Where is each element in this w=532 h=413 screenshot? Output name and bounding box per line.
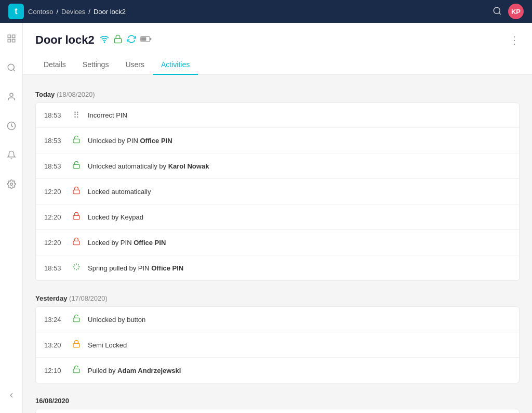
sync-icon: [127, 34, 136, 46]
lock-icon: [71, 237, 82, 248]
spring-icon: [71, 263, 82, 273]
unlock-icon: [71, 161, 82, 171]
tab-users[interactable]: Users: [117, 55, 153, 75]
sidebar-item-users[interactable]: [2, 87, 21, 106]
activity-list-yesterday: 13:24 Unlocked by button 13:20: [35, 306, 520, 383]
tabs: Details Settings Users Activities: [35, 55, 520, 74]
table-row: 18:53 Unlocked automatically by Karol No…: [36, 153, 519, 179]
svg-rect-21: [73, 318, 79, 321]
svg-rect-17: [73, 164, 79, 168]
activity-list-today: 18:53 ⠿ Incorrect PIN 18:53 Unl: [35, 102, 520, 281]
nav-left: t Contoso / Devices / Door lock2: [8, 4, 126, 19]
main-layout: Door lock2: [0, 23, 532, 413]
day-header-yesterday: Yesterday (17/08/2020): [35, 289, 520, 306]
wifi-icon: [100, 34, 109, 46]
unlock-icon: [71, 314, 82, 325]
app-logo[interactable]: t: [8, 4, 24, 19]
table-row: 20:22 Unlocked by button: [36, 409, 519, 413]
sidebar-item-notifications[interactable]: [2, 146, 21, 164]
svg-rect-5: [12, 40, 15, 42]
search-icon[interactable]: [493, 6, 502, 17]
svg-rect-19: [73, 215, 79, 219]
svg-rect-15: [141, 37, 146, 41]
table-row: 12:20 Locked by PIN Office PIN: [36, 230, 519, 255]
svg-line-7: [13, 69, 15, 71]
breadcrumb-current: Door lock2: [94, 8, 126, 16]
svg-rect-3: [12, 35, 15, 37]
table-row: 13:24 Unlocked by button: [36, 307, 519, 332]
svg-rect-18: [73, 190, 79, 193]
table-row: 18:53 ⠿ Incorrect PIN: [36, 103, 519, 128]
page-header: Door lock2: [23, 23, 532, 75]
svg-point-6: [8, 64, 14, 70]
svg-rect-12: [114, 38, 122, 43]
user-avatar[interactable]: KP: [508, 4, 524, 19]
unlock-icon: [71, 135, 82, 146]
svg-rect-22: [73, 343, 79, 347]
content-area: Door lock2: [23, 23, 532, 413]
svg-rect-2: [8, 35, 10, 37]
nav-right: KP: [493, 4, 524, 19]
sidebar-item-search[interactable]: [2, 58, 21, 77]
sidebar: [0, 23, 23, 413]
day-section-yesterday: Yesterday (17/08/2020) 13:24 Unlocked by…: [35, 289, 520, 383]
semi-lock-icon: [71, 340, 82, 350]
table-row: 12:20 Locked by Keypad: [36, 204, 519, 230]
sidebar-item-settings[interactable]: [2, 175, 21, 193]
battery-icon: [140, 35, 152, 45]
page-title: Door lock2: [35, 33, 152, 47]
table-row: 12:10 Pulled by Adam Andrzejewski: [36, 358, 519, 383]
svg-rect-4: [8, 40, 10, 42]
table-row: 18:53 Unlocked by PIN Office PIN: [36, 128, 519, 153]
lock-icon: [71, 212, 82, 222]
activities-content: Today (18/08/2020) 18:53 ⠿ Incorrect PIN…: [23, 75, 532, 413]
lock-icon: [71, 186, 82, 197]
dots-icon: ⠿: [71, 110, 82, 120]
top-navigation: t Contoso / Devices / Door lock2 KP: [0, 0, 532, 23]
day-section-today: Today (18/08/2020) 18:53 ⠿ Incorrect PIN…: [35, 85, 520, 281]
tab-activities[interactable]: Activities: [153, 55, 198, 75]
day-header-16: 16/08/2020: [35, 392, 520, 409]
sidebar-collapse-icon[interactable]: [2, 386, 21, 405]
tab-settings[interactable]: Settings: [74, 55, 117, 75]
sidebar-item-grid[interactable]: [2, 29, 21, 48]
svg-point-10: [10, 183, 12, 186]
activity-list-16: 20:22 Unlocked by button 20:02: [35, 409, 520, 413]
svg-rect-14: [150, 38, 151, 41]
svg-rect-23: [73, 369, 79, 372]
more-options-icon[interactable]: ⋮: [509, 34, 520, 46]
svg-point-11: [104, 42, 105, 43]
svg-rect-16: [73, 139, 79, 143]
sidebar-item-clock[interactable]: [2, 117, 21, 135]
page-title-row: Door lock2: [35, 33, 520, 47]
breadcrumb: Contoso / Devices / Door lock2: [28, 8, 126, 16]
svg-rect-20: [73, 241, 79, 244]
lock-status-icon: [113, 34, 123, 46]
day-header-today: Today (18/08/2020): [35, 85, 520, 102]
table-row: 18:53 Spring pulled by PIN Office PIN: [36, 255, 519, 280]
day-section-16: 16/08/2020 20:22 Unlocked by button: [35, 392, 520, 413]
breadcrumb-devices[interactable]: Devices: [61, 8, 85, 16]
svg-line-1: [499, 12, 500, 14]
svg-point-8: [10, 93, 13, 96]
unlock-icon: [71, 365, 82, 376]
table-row: 12:20 Locked automatically: [36, 179, 519, 204]
tab-details[interactable]: Details: [35, 55, 74, 75]
breadcrumb-contoso[interactable]: Contoso: [28, 8, 53, 16]
svg-point-0: [494, 7, 500, 14]
device-status-icons: [100, 34, 152, 46]
table-row: 13:20 Semi Locked: [36, 332, 519, 358]
